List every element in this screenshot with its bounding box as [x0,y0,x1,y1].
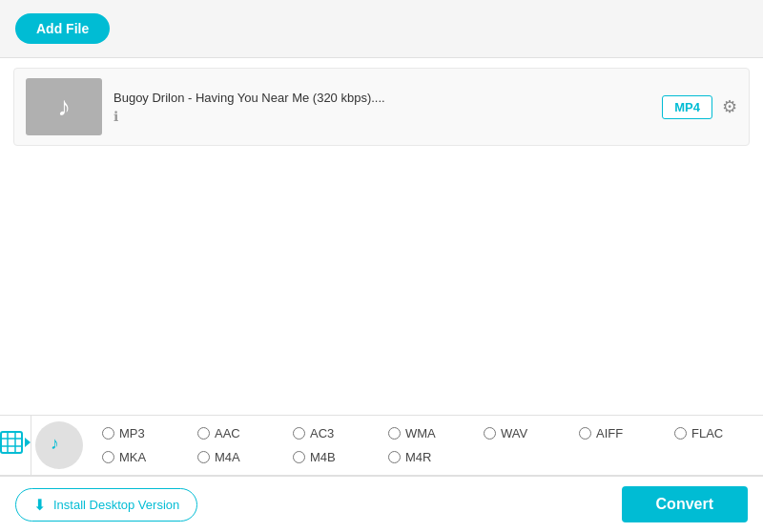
svg-rect-0 [1,432,22,453]
tab-audio-section: ♪ [31,416,87,475]
format-mp3[interactable]: MP3 [102,423,197,443]
radio-ac3[interactable] [293,427,305,440]
radio-m4b[interactable] [293,451,305,463]
tab-audio[interactable]: ♪ [35,421,83,469]
tab-video[interactable] [0,416,31,475]
format-options: MP3 AAC AC3 WMA WAV AIFF F [87,416,763,475]
music-icon: ♪ [57,92,71,122]
download-icon: ⬇ [33,496,46,514]
radio-mka[interactable] [102,451,114,463]
format-wav[interactable]: WAV [484,423,579,443]
audio-icon: ♪ [49,433,70,459]
file-thumbnail: ♪ [26,78,102,135]
radio-mp3[interactable] [102,427,114,440]
footer-bar: ⬇ Install Desktop Version Convert [0,476,763,532]
convert-button[interactable]: Convert [622,486,748,522]
radio-aac[interactable] [197,427,210,440]
radio-wma[interactable] [388,427,401,440]
format-row-1: MP3 AAC AC3 WMA WAV AIFF F [102,423,763,443]
radio-wav[interactable] [484,427,496,440]
format-row-2: MKA M4A M4B M4R [102,447,763,467]
install-label: Install Desktop Version [53,498,179,512]
file-name: Bugoy Drilon - Having You Near Me (320 k… [113,91,650,105]
svg-text:♪: ♪ [51,434,59,453]
format-m4b[interactable]: M4B [293,447,388,467]
format-ac3[interactable]: AC3 [293,423,388,443]
add-file-button[interactable]: Add File [15,13,110,44]
radio-m4r[interactable] [388,451,401,463]
install-desktop-button[interactable]: ⬇ Install Desktop Version [15,488,197,522]
format-aiff[interactable]: AIFF [579,423,674,443]
radio-m4a[interactable] [197,451,210,463]
top-bar: Add File [0,0,763,58]
file-item: ♪ Bugoy Drilon - Having You Near Me (320… [13,68,750,146]
format-tabs: ♪ MP3 AAC AC3 WMA [0,416,763,476]
radio-flac[interactable] [674,427,687,440]
format-m4r[interactable]: M4R [388,447,484,467]
format-flac[interactable]: FLAC [674,423,763,443]
format-aac[interactable]: AAC [197,423,293,443]
info-icon[interactable]: ℹ [113,109,650,124]
settings-icon[interactable]: ⚙ [722,96,737,117]
file-list: ♪ Bugoy Drilon - Having You Near Me (320… [0,58,763,415]
file-actions: MP4 ⚙ [662,95,737,119]
format-m4a[interactable]: M4A [197,447,293,467]
format-wma[interactable]: WMA [388,423,484,443]
format-badge[interactable]: MP4 [662,95,712,119]
file-info: Bugoy Drilon - Having You Near Me (320 k… [113,91,650,124]
radio-aiff[interactable] [579,427,591,440]
svg-marker-5 [25,438,31,447]
format-mka[interactable]: MKA [102,447,197,467]
video-icon [0,429,31,461]
bottom-panel: ♪ MP3 AAC AC3 WMA [0,415,763,532]
